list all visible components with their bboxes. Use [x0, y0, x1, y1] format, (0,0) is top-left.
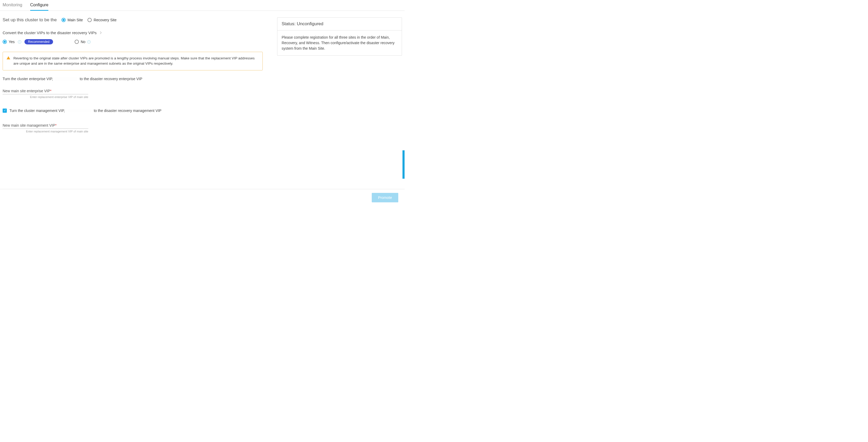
promote-button[interactable]: Promote: [372, 193, 398, 202]
info-icon[interactable]: i: [87, 40, 91, 43]
radio-icon: [61, 18, 66, 22]
setup-label: Set up this cluster to be the: [3, 17, 57, 23]
radio-icon: [3, 40, 7, 44]
radio-recovery-site-label: Recovery Site: [94, 18, 116, 22]
radio-icon: [88, 18, 92, 22]
radio-no-label: No: [81, 40, 85, 44]
status-panel: Status: Unconfigured Please complete reg…: [277, 17, 402, 56]
tab-bar: Monitoring Configure: [0, 0, 405, 11]
info-icon[interactable]: i: [18, 40, 21, 43]
enterprise-field-help: Enter replacement enterprise VIP of main…: [3, 95, 88, 98]
radio-icon: [74, 40, 79, 44]
status-header: Status: Unconfigured: [277, 18, 402, 30]
radio-recovery-site[interactable]: Recovery Site: [88, 18, 116, 22]
warning-alert: Reverting to the original state after cl…: [3, 52, 263, 70]
tab-monitoring[interactable]: Monitoring: [3, 3, 22, 10]
footer-bar: Promote: [0, 189, 405, 206]
management-vip-field[interactable]: New main site management VIP* Enter repl…: [3, 123, 88, 133]
management-line-post: to the disaster recovery management VIP: [94, 109, 161, 113]
enterprise-vip-line: Turn the cluster enterprise VIP, to the …: [3, 77, 263, 81]
radio-main-site[interactable]: Main Site: [61, 18, 83, 22]
tab-configure[interactable]: Configure: [30, 3, 48, 11]
warning-triangle-icon: [6, 56, 10, 59]
side-handle[interactable]: [402, 150, 405, 179]
radio-main-site-label: Main Site: [67, 18, 83, 22]
management-field-help: Enter replacement management VIP of main…: [3, 130, 88, 133]
management-line-pre: Turn the cluster management VIP,: [9, 109, 65, 113]
radio-no[interactable]: No: [74, 40, 85, 44]
enterprise-vip-field[interactable]: New main site enterprise VIP* Enter repl…: [3, 89, 88, 98]
status-body: Please complete registration for all thr…: [277, 30, 402, 55]
radio-yes-label: Yes: [9, 40, 15, 44]
enterprise-line-pre: Turn the cluster enterprise VIP,: [3, 77, 53, 81]
management-field-label: New main site management VIP: [3, 123, 55, 127]
required-asterisk: *: [50, 89, 52, 93]
radio-yes[interactable]: Yes: [3, 40, 15, 44]
enterprise-line-post: to the disaster recovery enterprise VIP: [80, 77, 142, 81]
recommended-badge: Recommended: [25, 39, 53, 45]
warning-text: Reverting to the original state after cl…: [13, 56, 259, 66]
convert-title-text: Convert the cluster VIPs to the disaster…: [3, 30, 97, 35]
management-vip-checkbox[interactable]: ✓: [3, 109, 7, 113]
chevron-right-icon: [99, 32, 101, 34]
enterprise-field-label: New main site enterprise VIP: [3, 89, 50, 93]
required-asterisk: *: [55, 123, 57, 127]
convert-section-title[interactable]: Convert the cluster VIPs to the disaster…: [3, 30, 263, 35]
redacted-value: [68, 109, 91, 113]
redacted-value: [55, 77, 78, 81]
